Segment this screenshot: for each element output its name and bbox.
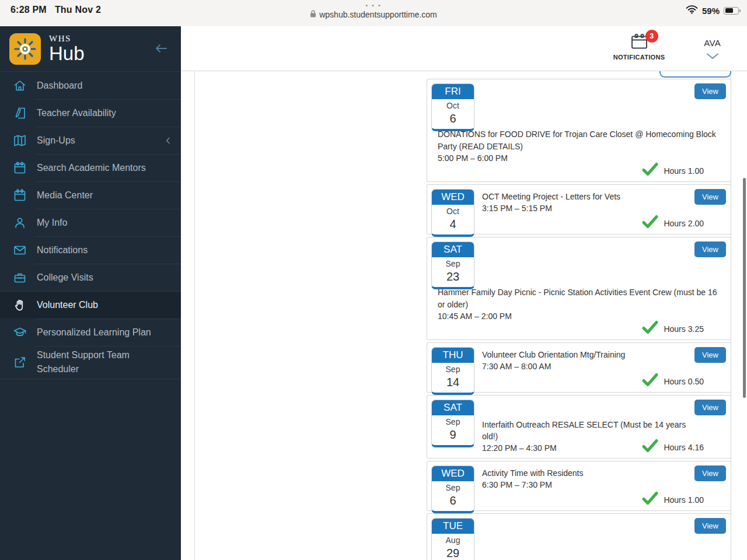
event-text: Activity Time with Residents 6:30 PM – 7… (482, 467, 693, 491)
event-time: 3:15 PM – 5:15 PM (482, 202, 693, 214)
main-content: FRI Oct 6 View DONATIONS for FOOD DRIVE … (181, 71, 747, 560)
checkmark-icon (641, 162, 659, 176)
date-badge-month: Aug (432, 536, 474, 545)
event-title: DONATIONS for FOOD DRIVE for Trojan Care… (438, 128, 718, 152)
sidebar-item-volunteer-club[interactable]: Volunteer Club (0, 291, 181, 318)
checkmark-icon (641, 320, 659, 334)
date-badge-day: THU (432, 348, 474, 363)
person-icon (13, 216, 27, 230)
notifications-label: NOTIFICATIONS (607, 54, 671, 61)
brand-hub: Hub (49, 44, 85, 63)
sidebar-collapse-arrow-icon[interactable] (154, 43, 168, 57)
date-badge: THU Sep 14 (431, 347, 474, 395)
event-text: Hammer Family Day Picnic - Picnic Statio… (438, 286, 718, 323)
sidebar-item-label: Search Academic Mentors (37, 161, 146, 175)
view-button[interactable]: View (694, 83, 726, 99)
event-text: DONATIONS for FOOD DRIVE for Trojan Care… (438, 128, 718, 164)
vertical-scrollbar[interactable] (743, 178, 746, 398)
hours-label: Hours (664, 324, 685, 334)
date-badge: SAT Sep 9 (431, 400, 474, 447)
grad-cap-icon (13, 326, 27, 340)
battery-percent: 59% (702, 6, 720, 16)
event-text: Volunteer Club Orientation Mtg/Training … (482, 349, 693, 372)
sidebar-item-dashboard[interactable]: Dashboard (0, 72, 181, 99)
hours-label: Hours (664, 219, 685, 228)
date-badge-month: Sep (432, 483, 474, 492)
sidebar-item-student-support-team-scheduler[interactable]: Student Support Team Scheduler (0, 346, 181, 379)
event-hours: Hours 1.00 (641, 162, 704, 176)
hours-label: Hours (664, 166, 685, 176)
user-menu[interactable]: AVA (704, 38, 721, 62)
view-button[interactable]: View (694, 518, 726, 534)
hours-label: Hours (664, 443, 685, 452)
sidebar-item-label: Dashboard (37, 79, 82, 93)
date-badge-month: Oct (432, 101, 474, 110)
date-badge: WED Sep 6 (431, 466, 474, 513)
top-header: 3 NOTIFICATIONS AVA (181, 26, 747, 71)
battery-icon (724, 7, 739, 15)
briefcase-icon (13, 271, 27, 285)
sidebar-item-label: College Visits (37, 271, 93, 285)
hours-label: Hours (664, 377, 685, 386)
sidebar-item-media-center[interactable]: Media Center (0, 181, 181, 209)
sidebar-item-label: Personalized Learning Plan (37, 326, 151, 340)
date-badge-number: 6 (432, 112, 474, 125)
date-badge-number: 29 (432, 547, 474, 560)
date-badge-day: SAT (432, 242, 474, 257)
date-badge-day: SAT (432, 400, 474, 415)
view-button[interactable]: View (694, 466, 726, 481)
teacher-availability-icon (13, 106, 27, 120)
event-hours: Hours 2.00 (641, 215, 704, 228)
sidebar-item-my-info[interactable]: My Info (0, 209, 181, 236)
notifications-button[interactable]: 3 NOTIFICATIONS (607, 33, 671, 61)
date-badge-day: WED (432, 190, 474, 205)
event-hours: Hours 0.50 (641, 373, 704, 386)
view-button[interactable]: View (694, 400, 726, 415)
sidebar-item-label: Sign-Ups (37, 134, 75, 148)
view-button[interactable]: View (694, 242, 726, 257)
event-card: WED Sep 6 View Activity Time with Reside… (427, 461, 731, 511)
date-badge-month: Sep (432, 417, 474, 426)
date-badge-number: 23 (432, 270, 474, 284)
event-title: OCT Meeting Project - Letters for Vets (482, 191, 693, 202)
event-title: Volunteer Club Orientation Mtg/Training (482, 349, 693, 360)
event-hours: Hours 1.00 (641, 491, 704, 505)
whs-hub-logo-icon[interactable] (9, 33, 41, 65)
date-badge-month: Sep (432, 365, 474, 374)
sidebar-item-notifications[interactable]: Notifications (0, 236, 181, 264)
view-button[interactable]: View (694, 189, 726, 205)
event-card: TUE Aug 29 View (427, 513, 731, 560)
sidebar-item-teacher-availability[interactable]: Teacher Availability (0, 99, 181, 127)
event-hours: Hours 4.16 (641, 439, 704, 452)
sidebar-item-college-visits[interactable]: College Visits (0, 264, 181, 291)
sidebar-item-label: My Info (37, 216, 67, 230)
event-card: THU Sep 14 View Volunteer Club Orientati… (427, 342, 731, 393)
sidebar-item-personalized-learning-plan[interactable]: Personalized Learning Plan (0, 318, 181, 346)
view-button[interactable]: View (694, 347, 726, 363)
date-badge-month: Oct (432, 206, 474, 216)
event-time: 7:30 AM – 8:00 AM (482, 360, 693, 372)
checkmark-icon (641, 439, 659, 452)
sidebar-item-sign-ups[interactable]: Sign-Ups (0, 127, 181, 154)
date-badge-day: WED (432, 466, 474, 481)
sidebar-item-label: Student Support Team Scheduler (37, 348, 169, 376)
checkmark-icon (641, 491, 659, 505)
event-hours: Hours 3.25 (641, 320, 704, 334)
hours-value: 4.16 (688, 443, 704, 452)
sidebar-item-search-academic-mentors[interactable]: Search Academic Mentors (0, 154, 181, 181)
event-time: 6:30 PM – 7:30 PM (482, 479, 693, 491)
tab-overview-dots[interactable]: • • • (0, 2, 747, 8)
address-bar[interactable]: wpshub.studentsupporttime.com (310, 10, 437, 19)
chevron-left-icon (163, 136, 173, 145)
event-card: WED Oct 4 View OCT Meeting Project - Let… (427, 184, 731, 235)
hours-value: 1.00 (688, 495, 704, 505)
date-badge-number: 6 (432, 494, 474, 508)
date-badge: SAT Sep 23 (431, 242, 474, 289)
hours-value: 3.25 (688, 324, 704, 334)
hours-label: Hours (664, 495, 685, 505)
address-bar-url: wpshub.studentsupporttime.com (319, 10, 437, 19)
hand-icon (13, 298, 27, 312)
calendar-icon (13, 188, 27, 202)
date-badge-month: Sep (432, 259, 474, 268)
hours-value: 2.00 (688, 219, 704, 228)
